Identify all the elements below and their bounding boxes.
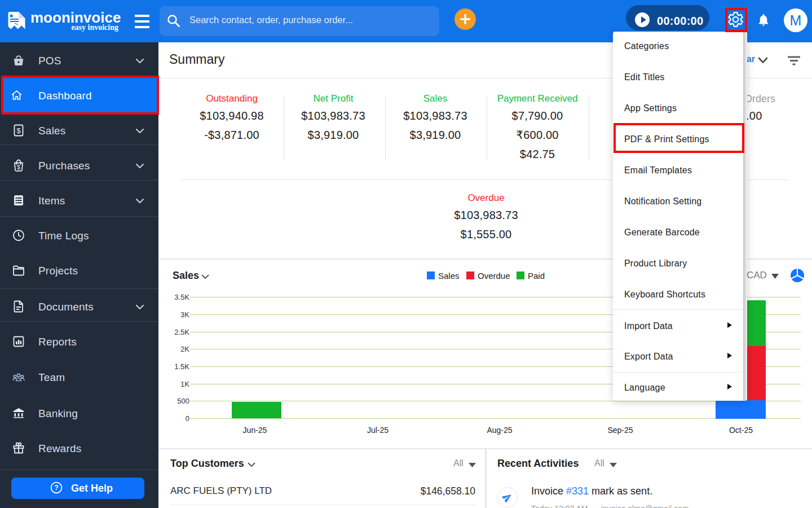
svg-text:?: ? xyxy=(54,484,59,492)
svg-text:$: $ xyxy=(17,164,20,170)
svg-text:$: $ xyxy=(16,126,21,135)
